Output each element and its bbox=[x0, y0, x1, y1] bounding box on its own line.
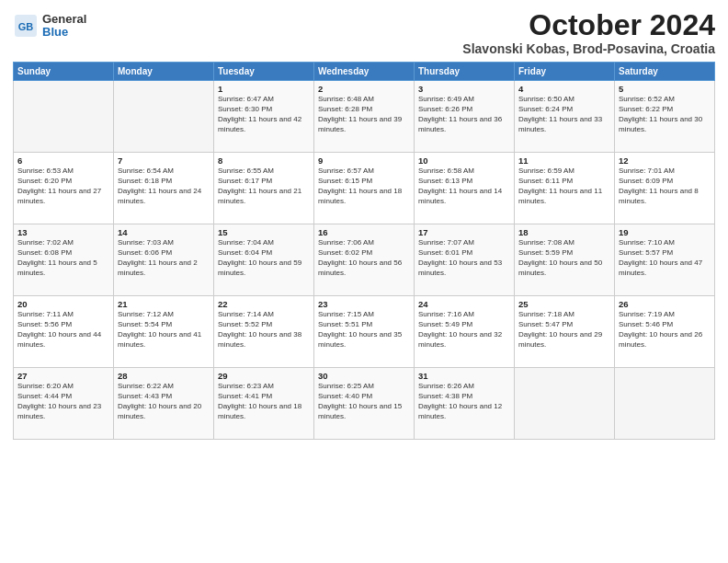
day-content: Sunrise: 7:16 AMSunset: 5:49 PMDaylight:… bbox=[418, 310, 510, 350]
calendar-cell: 2Sunrise: 6:48 AMSunset: 6:28 PMDaylight… bbox=[314, 81, 415, 153]
weekday-header: Sunday bbox=[14, 63, 114, 81]
calendar-week-row: 13Sunrise: 7:02 AMSunset: 6:08 PMDayligh… bbox=[14, 224, 715, 296]
day-number: 13 bbox=[17, 227, 109, 237]
day-content: Sunrise: 6:47 AMSunset: 6:30 PMDaylight:… bbox=[218, 95, 310, 134]
day-content: Sunrise: 6:25 AMSunset: 4:40 PMDaylight:… bbox=[318, 382, 410, 421]
day-number: 5 bbox=[619, 84, 711, 94]
weekday-header: Friday bbox=[515, 63, 615, 81]
day-content: Sunrise: 7:19 AMSunset: 5:46 PMDaylight:… bbox=[619, 310, 711, 350]
day-content: Sunrise: 6:49 AMSunset: 6:26 PMDaylight:… bbox=[418, 95, 510, 134]
calendar-cell: 20Sunrise: 7:11 AMSunset: 5:56 PMDayligh… bbox=[14, 296, 114, 368]
calendar-cell: 13Sunrise: 7:02 AMSunset: 6:08 PMDayligh… bbox=[14, 224, 114, 296]
day-number: 20 bbox=[17, 299, 109, 309]
calendar-cell: 14Sunrise: 7:03 AMSunset: 6:06 PMDayligh… bbox=[114, 224, 214, 296]
calendar-cell: 4Sunrise: 6:50 AMSunset: 6:24 PMDaylight… bbox=[515, 81, 615, 153]
calendar-cell: 16Sunrise: 7:06 AMSunset: 6:02 PMDayligh… bbox=[314, 224, 415, 296]
weekday-header: Thursday bbox=[415, 63, 515, 81]
day-content: Sunrise: 6:53 AMSunset: 6:20 PMDaylight:… bbox=[17, 167, 109, 206]
day-number: 2 bbox=[318, 84, 410, 94]
calendar-cell: 3Sunrise: 6:49 AMSunset: 6:26 PMDaylight… bbox=[415, 81, 515, 153]
logo: GB General Blue bbox=[13, 13, 86, 40]
weekday-header: Wednesday bbox=[314, 63, 415, 81]
weekday-header: Monday bbox=[114, 63, 214, 81]
calendar-table: SundayMondayTuesdayWednesdayThursdayFrid… bbox=[13, 62, 715, 440]
month-title: October 2024 bbox=[462, 9, 715, 41]
day-content: Sunrise: 7:12 AMSunset: 5:54 PMDaylight:… bbox=[118, 310, 210, 350]
day-number: 10 bbox=[418, 155, 510, 166]
calendar-cell: 30Sunrise: 6:25 AMSunset: 4:40 PMDayligh… bbox=[314, 368, 415, 440]
day-number: 24 bbox=[418, 299, 510, 309]
day-content: Sunrise: 6:23 AMSunset: 4:41 PMDaylight:… bbox=[218, 382, 310, 421]
day-content: Sunrise: 6:59 AMSunset: 6:11 PMDaylight:… bbox=[518, 167, 610, 206]
day-number: 18 bbox=[518, 227, 610, 237]
day-number: 30 bbox=[318, 371, 410, 381]
day-content: Sunrise: 7:04 AMSunset: 6:04 PMDaylight:… bbox=[218, 238, 310, 278]
calendar-cell: 25Sunrise: 7:18 AMSunset: 5:47 PMDayligh… bbox=[515, 296, 615, 368]
day-number: 12 bbox=[619, 155, 711, 166]
calendar-cell: 1Sunrise: 6:47 AMSunset: 6:30 PMDaylight… bbox=[214, 81, 314, 153]
calendar-cell: 11Sunrise: 6:59 AMSunset: 6:11 PMDayligh… bbox=[515, 153, 615, 224]
page-header: GB General Blue October 2024 Slavonski K… bbox=[13, 9, 715, 56]
day-content: Sunrise: 6:58 AMSunset: 6:13 PMDaylight:… bbox=[418, 167, 510, 206]
calendar-cell: 8Sunrise: 6:55 AMSunset: 6:17 PMDaylight… bbox=[214, 153, 314, 224]
day-number: 4 bbox=[518, 84, 610, 94]
calendar-cell: 10Sunrise: 6:58 AMSunset: 6:13 PMDayligh… bbox=[415, 153, 515, 224]
logo-icon: GB bbox=[13, 13, 39, 39]
calendar-cell: 29Sunrise: 6:23 AMSunset: 4:41 PMDayligh… bbox=[214, 368, 314, 440]
calendar-cell: 12Sunrise: 7:01 AMSunset: 6:09 PMDayligh… bbox=[615, 153, 715, 224]
day-number: 7 bbox=[118, 155, 210, 166]
svg-text:GB: GB bbox=[18, 21, 34, 32]
day-content: Sunrise: 7:14 AMSunset: 5:52 PMDaylight:… bbox=[218, 310, 310, 350]
day-number: 11 bbox=[518, 155, 610, 166]
calendar-cell: 28Sunrise: 6:22 AMSunset: 4:43 PMDayligh… bbox=[114, 368, 214, 440]
calendar-cell: 7Sunrise: 6:54 AMSunset: 6:18 PMDaylight… bbox=[114, 153, 214, 224]
day-number: 16 bbox=[318, 227, 410, 237]
weekday-header: Tuesday bbox=[214, 63, 314, 81]
logo-blue-text: Blue bbox=[42, 26, 86, 39]
weekday-header: Saturday bbox=[615, 63, 715, 81]
day-content: Sunrise: 6:26 AMSunset: 4:38 PMDaylight:… bbox=[418, 382, 510, 421]
day-number: 8 bbox=[218, 155, 310, 166]
calendar-cell: 31Sunrise: 6:26 AMSunset: 4:38 PMDayligh… bbox=[415, 368, 515, 440]
day-number: 28 bbox=[118, 371, 210, 381]
logo-general-text: General bbox=[42, 13, 86, 26]
calendar-cell: 27Sunrise: 6:20 AMSunset: 4:44 PMDayligh… bbox=[14, 368, 114, 440]
day-content: Sunrise: 7:11 AMSunset: 5:56 PMDaylight:… bbox=[17, 310, 109, 350]
day-number: 21 bbox=[118, 299, 210, 309]
calendar-cell: 26Sunrise: 7:19 AMSunset: 5:46 PMDayligh… bbox=[615, 296, 715, 368]
calendar-cell: 24Sunrise: 7:16 AMSunset: 5:49 PMDayligh… bbox=[415, 296, 515, 368]
title-block: October 2024 Slavonski Kobas, Brod-Posav… bbox=[462, 9, 715, 56]
day-number: 17 bbox=[418, 227, 510, 237]
day-number: 9 bbox=[318, 155, 410, 166]
calendar-cell bbox=[114, 81, 214, 153]
day-number: 25 bbox=[518, 299, 610, 309]
weekday-header-row: SundayMondayTuesdayWednesdayThursdayFrid… bbox=[14, 63, 715, 81]
day-number: 6 bbox=[17, 155, 109, 166]
day-number: 3 bbox=[418, 84, 510, 94]
day-number: 27 bbox=[17, 371, 109, 381]
calendar-cell bbox=[14, 81, 114, 153]
day-number: 29 bbox=[218, 371, 310, 381]
day-content: Sunrise: 6:54 AMSunset: 6:18 PMDaylight:… bbox=[118, 167, 210, 206]
calendar-week-row: 1Sunrise: 6:47 AMSunset: 6:30 PMDaylight… bbox=[14, 81, 715, 153]
calendar-week-row: 20Sunrise: 7:11 AMSunset: 5:56 PMDayligh… bbox=[14, 296, 715, 368]
day-content: Sunrise: 7:10 AMSunset: 5:57 PMDaylight:… bbox=[619, 238, 711, 278]
day-number: 19 bbox=[619, 227, 711, 237]
day-number: 26 bbox=[619, 299, 711, 309]
day-number: 14 bbox=[118, 227, 210, 237]
day-content: Sunrise: 6:48 AMSunset: 6:28 PMDaylight:… bbox=[318, 95, 410, 134]
calendar-cell bbox=[515, 368, 615, 440]
day-number: 22 bbox=[218, 299, 310, 309]
day-content: Sunrise: 7:15 AMSunset: 5:51 PMDaylight:… bbox=[318, 310, 410, 350]
day-content: Sunrise: 7:02 AMSunset: 6:08 PMDaylight:… bbox=[17, 238, 109, 278]
day-content: Sunrise: 6:50 AMSunset: 6:24 PMDaylight:… bbox=[518, 95, 610, 134]
calendar-cell bbox=[615, 368, 715, 440]
day-number: 23 bbox=[318, 299, 410, 309]
day-number: 31 bbox=[418, 371, 510, 381]
day-content: Sunrise: 7:06 AMSunset: 6:02 PMDaylight:… bbox=[318, 238, 410, 278]
calendar-cell: 17Sunrise: 7:07 AMSunset: 6:01 PMDayligh… bbox=[415, 224, 515, 296]
day-content: Sunrise: 7:18 AMSunset: 5:47 PMDaylight:… bbox=[518, 310, 610, 350]
calendar-cell: 23Sunrise: 7:15 AMSunset: 5:51 PMDayligh… bbox=[314, 296, 415, 368]
day-number: 15 bbox=[218, 227, 310, 237]
day-content: Sunrise: 6:22 AMSunset: 4:43 PMDaylight:… bbox=[118, 382, 210, 421]
